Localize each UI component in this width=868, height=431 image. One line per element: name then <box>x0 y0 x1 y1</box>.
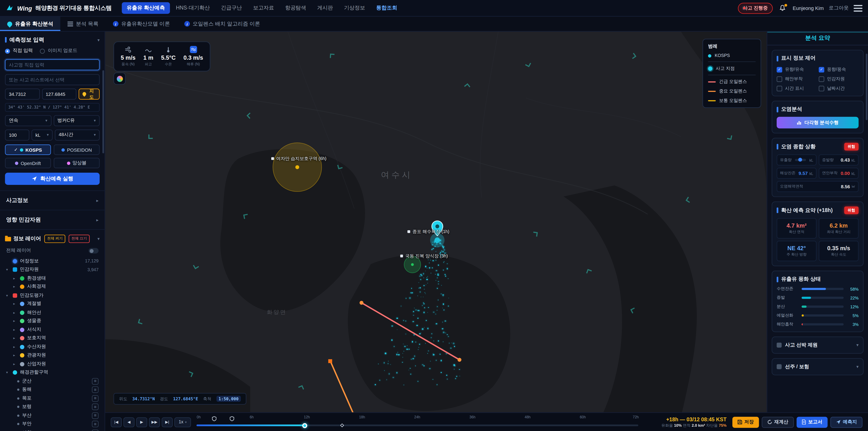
caret-right-icon[interactable]: ▸ <box>13 336 17 341</box>
timeline-thumb[interactable] <box>303 423 307 428</box>
map-style-button[interactable] <box>114 72 126 85</box>
right-panel-scrollbar[interactable] <box>866 54 867 120</box>
layer-row-sensitivity[interactable]: ▾ 민감도평가 <box>0 291 105 300</box>
nav-item-aerial[interactable]: 항공탐색 <box>280 2 311 14</box>
caret-right-icon[interactable]: ▸ <box>13 319 17 324</box>
nav-item-oil-diffusion[interactable]: 유출유 확산예측 <box>122 2 170 14</box>
caret-right-icon[interactable]: ▸ <box>13 310 17 315</box>
run-prediction-button[interactable]: 확산예측 실행 <box>5 173 100 185</box>
timeline-track[interactable] <box>196 425 638 426</box>
layer-style-icon[interactable]: ≡ <box>92 421 98 427</box>
polygon-analysis-button[interactable]: 다각형 분석수행 <box>777 117 859 128</box>
wetland-label[interactable]: 여자만 습지보호구역 (6h) <box>271 155 327 162</box>
layer-row-fishery[interactable]: 어장정보 17,129 <box>0 257 105 265</box>
spill-amount-slider[interactable] <box>795 159 806 161</box>
layer-row-eco[interactable]: ▸ 환경생태 <box>0 274 105 282</box>
radio-direct-input[interactable] <box>5 49 10 53</box>
caret-down-icon[interactable]: ▾ <box>6 293 10 298</box>
checkbox-icon[interactable] <box>819 76 824 82</box>
option-datetime[interactable]: 날짜시간 <box>819 85 859 91</box>
farm-label[interactable]: 국동 진복 양식장 (3h) <box>400 253 448 259</box>
major-oil-fence-line[interactable] <box>331 361 358 412</box>
user-name[interactable]: Eunjeong Kim <box>793 5 824 11</box>
predict-input-header[interactable]: 예측정보 입력 ▾ <box>5 36 100 43</box>
caret-right-icon[interactable]: ▸ <box>13 362 17 366</box>
layer-row-habitat[interactable]: ▸서식지 <box>0 326 105 334</box>
checkbox-icon[interactable] <box>819 86 824 91</box>
layer-row-industry[interactable]: ▸산업자원 <box>0 360 105 368</box>
layer-style-icon[interactable]: ≡ <box>92 378 98 384</box>
caret-right-icon[interactable]: ▸ <box>13 345 17 349</box>
tab-analysis-list[interactable]: 분석 목록 <box>60 17 105 31</box>
layer-style-icon[interactable]: ≡ <box>92 395 98 402</box>
timeline-track-area[interactable]: 0h 6h 12h 18h 24h 36h 48h 60h 72h <box>196 413 638 431</box>
accident-list-input[interactable] <box>5 74 100 85</box>
layer-row-species[interactable]: ▸생물종 <box>0 317 105 326</box>
speed-select[interactable]: 1x▾ <box>174 417 191 427</box>
impact-resources-section[interactable]: 영향 민감자원 ▸ <box>0 210 105 229</box>
nav-item-hns[interactable]: HNS·대기확산 <box>171 2 215 14</box>
tab-boom-algorithm-theory[interactable]: i 오일펜스 배치 알고리즘 이론 <box>177 17 267 31</box>
timeline-event-marker[interactable] <box>230 413 234 423</box>
model-chip-opendrift[interactable]: OpenDrift <box>5 158 51 168</box>
layer-row-coastline[interactable]: ▸해안선 <box>0 308 105 317</box>
layer-style-icon[interactable]: ≡ <box>92 387 98 393</box>
layer-row-socioeconomic[interactable]: ▸ 사회경제 <box>0 282 105 291</box>
model-chip-poseidon[interactable]: POSEIDON <box>54 145 100 155</box>
timeline-event-marker[interactable] <box>212 413 217 423</box>
layer-style-icon[interactable]: ≡ <box>92 412 98 419</box>
layer-row-gunsan[interactable]: 군산≡ <box>0 377 105 386</box>
caret-right-icon[interactable]: ▸ <box>13 302 17 306</box>
option-sensitive-resources[interactable]: 민감자원 <box>819 76 859 82</box>
accident-name-input[interactable] <box>5 59 100 70</box>
tab-diffusion-analysis[interactable]: 유출유 확산분석 <box>0 17 60 31</box>
unit-select[interactable]: kL ▾ <box>32 129 53 141</box>
nav-item-weather[interactable]: 기상정보 <box>339 2 370 14</box>
option-current[interactable]: ✓유향/유속 <box>777 66 816 72</box>
sidebar-scrollbar[interactable] <box>102 70 104 153</box>
map-pick-button[interactable]: 지도 <box>79 89 100 100</box>
duration-select[interactable]: 48시간 ▾ <box>55 129 99 141</box>
vessel-spec-section[interactable]: 사고 선박 제원 ▾ <box>772 337 864 354</box>
fence-endpoint[interactable] <box>360 301 364 305</box>
layer-style-icon[interactable]: ≡ <box>92 429 98 431</box>
model-chip-ensemble[interactable]: 앙상블 <box>54 158 100 168</box>
incident-status-badge[interactable]: 사고 진행중 <box>738 2 773 13</box>
hamburger-menu-icon[interactable] <box>854 5 862 11</box>
nav-item-integrated-search[interactable]: 통합조회 <box>371 2 402 14</box>
layer-row-buan[interactable]: 부안≡ <box>0 420 105 429</box>
checkbox-icon[interactable] <box>777 86 782 91</box>
notification-bell-icon[interactable] <box>778 3 788 13</box>
caret-right-icon[interactable]: ▸ <box>13 276 17 280</box>
layer-row-busan[interactable]: 부산≡ <box>0 411 105 420</box>
step-back-button[interactable]: ◀ <box>123 417 134 427</box>
layer-row-sensitive[interactable]: ▾ 민감자원 3,947 <box>0 265 105 274</box>
timeline-event-marker[interactable] <box>340 423 344 427</box>
checkbox-checked-icon[interactable]: ✓ <box>777 67 782 72</box>
logout-button[interactable]: 로그아웃 <box>829 4 848 12</box>
nav-item-reports[interactable]: 보고자료 <box>248 2 279 14</box>
nav-item-board[interactable]: 게시판 <box>312 2 338 14</box>
model-chip-kosps[interactable]: ✓ KOSPS <box>5 145 51 155</box>
report-button[interactable]: 보고서 <box>797 417 827 428</box>
caret-right-icon[interactable]: ▸ <box>13 284 17 289</box>
layer-row-donghae[interactable]: 동해≡ <box>0 386 105 394</box>
caret-right-icon[interactable]: ▸ <box>13 353 17 358</box>
caret-down-icon[interactable]: ▾ <box>6 370 10 375</box>
recalculate-button[interactable]: 재계산 <box>762 417 794 428</box>
urgent-oil-fence-line[interactable] <box>362 303 459 360</box>
master-layer-toggle[interactable] <box>89 248 98 253</box>
layer-row-mokpo[interactable]: 목포≡ <box>0 394 105 403</box>
radio-image-upload[interactable] <box>40 49 45 53</box>
skip-end-button[interactable]: ▶| <box>162 417 173 427</box>
caret-right-icon[interactable]: ▸ <box>13 328 17 332</box>
skip-start-button[interactable]: |◀ <box>111 417 122 427</box>
option-shore-adhesion[interactable]: 해안부착 <box>777 76 816 82</box>
play-button[interactable]: ▶ <box>136 417 147 427</box>
tab-model-theory[interactable]: i 유출유확산모델 이론 <box>105 17 177 31</box>
layer-row-tourism[interactable]: ▸관광자원 <box>0 351 105 360</box>
checkbox-icon[interactable] <box>777 76 782 82</box>
caret-down-icon[interactable]: ▾ <box>6 267 10 272</box>
option-wind[interactable]: ✓풍향/풍속 <box>819 66 859 72</box>
layer-row-sacheon[interactable]: 사천≡ <box>0 429 105 431</box>
